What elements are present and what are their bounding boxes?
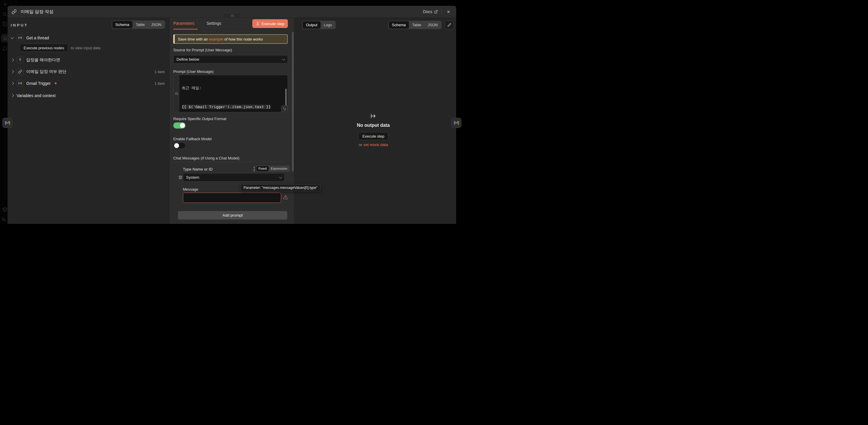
expand-editor-icon[interactable] — [281, 105, 287, 112]
execute-step-secondary-button[interactable]: Execute step — [358, 132, 388, 140]
mock-data-line: or set mock data — [359, 142, 388, 147]
search-icon[interactable] — [2, 12, 7, 17]
tab-logs[interactable]: Logs — [320, 21, 335, 29]
message-label: Message — [183, 187, 198, 192]
chain-link-icon — [12, 9, 17, 14]
no-output-empty-state: No output data Execute step or set mock … — [294, 113, 452, 147]
tree-row-variables[interactable]: Variables and context — [11, 92, 165, 99]
fixed-expression-toggle: Fixed Expression — [256, 166, 290, 172]
message-input[interactable] — [183, 193, 281, 203]
execute-step-button[interactable]: Execute step — [252, 19, 288, 28]
trash-icon[interactable] — [178, 175, 183, 179]
parameters-panel: Parameters Settings Execute step Save ti… — [169, 18, 294, 224]
output-logs-tabs: Output Logs — [302, 21, 336, 29]
parameters-scrollbar[interactable] — [292, 32, 294, 171]
example-notice-callout: Save time with an example of how this no… — [173, 34, 287, 44]
tab-parameters[interactable]: Parameters — [173, 21, 194, 26]
input-view-tabs: Schema Table JSON — [112, 21, 165, 29]
docs-link[interactable]: Docs — [423, 9, 438, 14]
zap-trigger-icon — [54, 81, 58, 85]
chat-icon[interactable] — [2, 46, 7, 51]
add-prompt-button[interactable]: Add prompt — [178, 211, 287, 220]
panel-layout-icon[interactable] — [2, 22, 7, 27]
tree-row-gmail-trigger[interactable]: Gmail Trigger 1 item — [11, 80, 165, 87]
expression-gutter: fx — [174, 75, 179, 112]
tab-settings[interactable]: Settings — [207, 21, 221, 26]
chevron-right-icon[interactable] — [10, 94, 14, 97]
enable-fallback-toggle[interactable] — [173, 142, 186, 149]
node-detail-modal: 이메일 답장 작성 Docs INPUT Schema Table JSON — [8, 6, 456, 224]
gmail-icon — [17, 34, 24, 41]
active-tab-underline — [173, 29, 198, 29]
output-node-stub-gmail[interactable] — [451, 118, 457, 128]
require-output-format-toggle[interactable] — [173, 123, 186, 129]
chevron-right-icon[interactable] — [10, 81, 14, 85]
tab-output-schema[interactable]: Schema — [389, 21, 409, 29]
execute-previous-row: Execute previous nodes to view input dat… — [20, 44, 100, 52]
tab-output[interactable]: Output — [303, 21, 320, 29]
tab-input-json[interactable]: JSON — [148, 21, 164, 28]
execute-previous-hint: to view input data — [71, 46, 100, 50]
prompt-label: Prompt (User Message) — [173, 69, 214, 74]
kebab-menu-icon[interactable] — [252, 167, 256, 171]
no-output-title: No output data — [357, 123, 390, 128]
tree-row-judge-node[interactable]: 이메일 답장 여부 판단 1 item — [11, 68, 165, 75]
chevron-right-icon[interactable] — [10, 58, 14, 62]
flask-icon — [256, 22, 259, 26]
chevron-down-icon[interactable] — [10, 36, 14, 39]
header-divider — [441, 9, 442, 14]
source-for-prompt-select[interactable]: Define below — [173, 55, 288, 64]
chain-link-icon — [17, 68, 24, 75]
external-link-icon — [434, 10, 438, 14]
tab-output-table[interactable]: Table — [409, 21, 424, 29]
output-view-tabs: Schema Table JSON — [388, 21, 442, 29]
enable-fallback-label: Enable Fallback Model — [173, 137, 212, 141]
edit-output-pencil-icon[interactable] — [445, 21, 454, 29]
gmail-icon — [454, 120, 458, 126]
templates-package-icon[interactable] — [2, 207, 7, 212]
type-name-label: Type Name or ID — [183, 167, 213, 171]
chevron-right-icon[interactable] — [10, 70, 14, 73]
tree-row-get-a-thread[interactable]: Get a thread — [11, 34, 165, 41]
chevron-down-icon — [282, 58, 285, 60]
item-count: 1 item — [155, 81, 165, 86]
map-to-arrow-icon — [370, 113, 376, 119]
parameter-tooltip: Parameter: "messages.messageValues[0].ty… — [240, 184, 320, 191]
mode-fixed[interactable]: Fixed — [256, 166, 269, 171]
message-type-select[interactable]: System — [183, 173, 285, 182]
input-panel-title: INPUT — [11, 23, 28, 27]
gmail-icon — [17, 80, 24, 87]
editor-line: {{ $('Gmail Trigger').item.json.text }} — [182, 104, 287, 110]
chevron-down-icon — [279, 175, 282, 178]
chat-messages-section-label: Chat Messages (if Using a Chat Model) — [173, 156, 240, 160]
panel-drag-handle[interactable] — [223, 12, 241, 18]
output-panel: Output Logs Schema Table JSON No output … — [294, 18, 456, 224]
home-icon[interactable] — [3, 36, 8, 40]
tab-input-schema[interactable]: Schema — [112, 21, 133, 28]
warning-icon — [283, 195, 288, 200]
item-count: 1 item — [155, 70, 165, 74]
prompt-expression-editor[interactable]: fx 최근 메일: {{ $('Gmail Trigger').item.jso… — [173, 75, 288, 112]
tab-output-json[interactable]: JSON — [424, 21, 441, 29]
tree-row-if-node[interactable]: 답장을 해야한다면 — [11, 57, 165, 64]
insights-chart-icon[interactable] — [2, 216, 7, 221]
close-icon[interactable] — [445, 8, 452, 15]
input-node-stub-gmail[interactable] — [2, 118, 12, 128]
source-for-prompt-label: Source for Prompt (User Message) — [173, 48, 232, 52]
gmail-icon — [5, 120, 10, 126]
editor-body[interactable]: 최근 메일: {{ $('Gmail Trigger').item.json.t… — [179, 75, 287, 112]
mode-expression[interactable]: Expression — [269, 166, 289, 171]
execute-previous-nodes-button[interactable]: Execute previous nodes — [20, 44, 68, 52]
main-tab-bar: Parameters Settings Execute step — [169, 18, 294, 29]
add-node-icon[interactable] — [3, 2, 8, 7]
section-divider — [173, 162, 285, 162]
set-mock-data-link[interactable]: set mock data — [364, 142, 388, 147]
input-panel: INPUT Schema Table JSON Get a thread Exe… — [8, 18, 169, 224]
tab-input-table[interactable]: Table — [132, 21, 148, 28]
require-output-format-label: Require Specific Output Format — [173, 117, 226, 121]
filter-icon — [17, 57, 24, 64]
node-title: 이메일 답장 작성 — [21, 9, 53, 14]
editor-line: 최근 메일: — [182, 85, 287, 91]
fx-icon: fx — [175, 92, 178, 96]
example-link[interactable]: example — [209, 37, 223, 41]
